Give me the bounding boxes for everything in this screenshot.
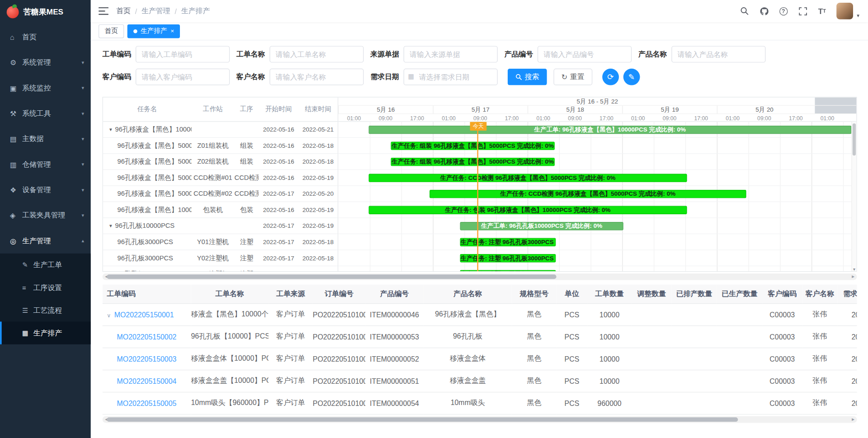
- demand-date-input[interactable]: [404, 69, 498, 85]
- gantt-task-bar[interactable]: 生产任务: 注塑 96孔孔板3000PCS 完成比例: 0%: [460, 254, 556, 262]
- sidebar-item-warehouse[interactable]: ▥仓储管理▾: [0, 152, 91, 177]
- gantt-vscroll-down-arrow[interactable]: ▼: [852, 267, 857, 271]
- orders-hscroll-thumb[interactable]: [107, 417, 738, 422]
- gantt-hour-label: 17:00: [496, 114, 528, 122]
- gantt-hscroll-thumb[interactable]: [107, 274, 556, 279]
- input-wrap: [136, 69, 230, 85]
- customer-name-input[interactable]: [269, 69, 363, 85]
- breadcrumb-item[interactable]: 生产管理: [142, 6, 170, 16]
- sidebar-subitem-scheduling[interactable]: ▦生产排产: [0, 321, 91, 344]
- sidebar-item-system-tools[interactable]: ⚒系统工具▾: [0, 101, 91, 126]
- orders-hscroll-right-arrow[interactable]: ►: [851, 416, 855, 423]
- gantt-task-bar[interactable]: 生产任务: 组装 96孔移液盒【黑色】5000PCS 完成比例: 0%: [391, 158, 554, 166]
- filter-field-product-code: 产品编号: [505, 46, 632, 63]
- row-expand-chevron-icon[interactable]: ∨: [107, 312, 111, 318]
- customer-code-input[interactable]: [136, 69, 230, 85]
- gantt-horizontal-scrollbar[interactable]: ◄ ►: [103, 273, 857, 280]
- active-tab-dot: [133, 29, 137, 33]
- gantt-task-bar[interactable]: 生产任务: 组装 96孔移液盒【黑色】5000PCS 完成比例: 0%: [391, 141, 554, 150]
- breadcrumb-item[interactable]: 首页: [116, 6, 131, 16]
- order-code-link[interactable]: MO202205150004: [117, 377, 177, 385]
- breadcrumb-item[interactable]: 生产排产: [181, 6, 210, 16]
- gantt-bar-row: 生产任务: 注塑 96孔孔板3000PCS 完成比例: 0%: [338, 234, 853, 250]
- tab-close-icon[interactable]: ×: [170, 28, 174, 34]
- edit-circle-button[interactable]: ✎: [623, 69, 640, 85]
- sidebar-subitem-work-order[interactable]: ✎生产工单: [0, 254, 91, 276]
- gantt-task-row[interactable]: 96孔移液盒【黑色】5000PCSCCD检测#01CCD检测2022-05-16…: [103, 170, 338, 186]
- sidebar-item-label: 系统管理: [22, 57, 82, 67]
- app-logo[interactable]: 苦糖果MES: [0, 0, 91, 24]
- orders-horizontal-scrollbar[interactable]: ◄ ►: [103, 416, 857, 423]
- today-label: 今天: [470, 122, 487, 131]
- fullscreen-icon[interactable]: [798, 6, 808, 16]
- gantt-task-row[interactable]: 96孔移液盒【黑色】10000PCS包装机包装2022-05-162022-05…: [103, 202, 338, 218]
- order-code-link[interactable]: MO202205150001: [114, 310, 174, 318]
- gantt-task-row[interactable]: 96孔移液盒【黑色】5000PCSCCD检测#02CCD检测2022-05-17…: [103, 186, 338, 202]
- orders-table-row[interactable]: MO202205150003移液盒盒体【10000】PCS客户订单PO20220…: [103, 348, 857, 370]
- menu-fold-icon[interactable]: [99, 7, 108, 15]
- refresh-circle-button[interactable]: ⟳: [602, 69, 619, 85]
- breadcrumb-separator: /: [175, 7, 176, 15]
- font-size-icon[interactable]: TT: [817, 6, 827, 16]
- order-code-link[interactable]: MO202205150002: [117, 332, 177, 340]
- tab-home[interactable]: 首页: [99, 24, 124, 38]
- github-icon[interactable]: [759, 6, 769, 16]
- gantt-order-bar[interactable]: 生产工单: 96孔移液盒【黑色】10000PCS 完成比例: 0%: [369, 126, 852, 134]
- orders-column-header: 需求日期: [838, 284, 857, 303]
- orders-table-row[interactable]: ∨MO202205150001移液盒【黑色】10000个客户订单PO202205…: [103, 303, 857, 325]
- order-cell: 10mm吸头【960000】PCS: [191, 392, 268, 414]
- sidebar-item-production[interactable]: ◎生产管理▴: [0, 228, 91, 253]
- tab-active[interactable]: 生产排产×: [127, 24, 180, 38]
- filter-field-source-doc: 来源单据: [370, 46, 498, 63]
- sidebar-item-home[interactable]: ⌂首页: [0, 24, 91, 50]
- product-code-input[interactable]: [538, 46, 632, 63]
- gantt-task-bar[interactable]: 生产任务: 注塑 96孔孔板3000PCS 完成比例: 0%: [460, 270, 556, 271]
- gantt-task-row[interactable]: 96孔孔板3000PCSY02注塑机注塑2022-05-172022-05-18: [103, 250, 338, 266]
- gantt-hscroll-right-arrow[interactable]: ►: [851, 273, 855, 280]
- avatar[interactable]: [836, 3, 853, 19]
- orders-table-row[interactable]: MO20220515000296孔孔板【10000】PCS客户订单PO20220…: [103, 325, 857, 348]
- search-button[interactable]: 搜索: [508, 69, 547, 85]
- expand-triangle-icon[interactable]: ▼: [108, 127, 113, 132]
- search-icon[interactable]: [740, 6, 750, 16]
- gantt-vertical-scrollbar[interactable]: ▼: [851, 122, 856, 271]
- reset-button[interactable]: ↻ 重置: [554, 69, 593, 85]
- order-code-link[interactable]: MO202205150005: [117, 399, 177, 407]
- expand-triangle-icon[interactable]: ▼: [108, 223, 113, 228]
- order-cell: 客户订单: [269, 392, 313, 414]
- product-name-input[interactable]: [671, 46, 765, 63]
- work-order-code-input[interactable]: [136, 46, 230, 63]
- order-cell: C00003: [762, 303, 802, 325]
- order-code-link[interactable]: MO202205150003: [117, 354, 177, 363]
- avatar-caret-icon[interactable]: ▼: [856, 13, 860, 18]
- gantt-task-row[interactable]: 96孔移液盒【黑色】5000PCSZ01组装机组装2022-05-162022-…: [103, 138, 338, 154]
- gantt-vscroll-thumb[interactable]: [853, 123, 856, 155]
- gantt-hour-label: 01:00: [811, 114, 843, 122]
- order-cell: 客户订单: [269, 370, 313, 392]
- sidebar-item-system-monitor[interactable]: ▣系统监控▾: [0, 75, 91, 101]
- gantt-task-row[interactable]: 96孔孔板3000PCSY01注塑机注塑2022-05-172022-05-18: [103, 234, 338, 250]
- orders-column-header: 工单来源: [269, 284, 313, 303]
- orders-table-row[interactable]: MO202205150004移液盒盒盖【10000】PCS客户订单PO20220…: [103, 370, 857, 392]
- gantt-task-row[interactable]: 96孔孔板3000PCSY03注塑机注塑2022-05-172022-05-18: [103, 266, 338, 271]
- sidebar-item-master-data[interactable]: ▤主数据▾: [0, 126, 91, 151]
- gantt-task-row[interactable]: 96孔移液盒【黑色】5000PCSZ02组装机组装2022-05-162022-…: [103, 154, 338, 170]
- gantt-task-bar[interactable]: 生产任务: 注塑 96孔孔板3000PCS 完成比例: 0%: [460, 238, 556, 246]
- gantt-task-bar[interactable]: 生产任务: 包装 96孔移液盒【黑色】10000PCS 完成比例: 0%: [369, 206, 687, 214]
- gantt-task-bar[interactable]: 生产任务: CCD检测 96孔移液盒【黑色】5000PCS 完成比例: 0%: [369, 174, 687, 182]
- sidebar-subitem-process-flow[interactable]: ☰工艺流程: [0, 299, 91, 321]
- task-process-cell: 注塑: [235, 253, 259, 263]
- sidebar-item-equipment[interactable]: ❖设备管理▾: [0, 177, 91, 203]
- sidebar-item-fixture[interactable]: ◈工装夹具管理▾: [0, 203, 91, 228]
- sidebar-item-system-admin[interactable]: ⚙系统管理▾: [0, 50, 91, 75]
- work-order-name-input[interactable]: [269, 46, 363, 63]
- gantt-task-row[interactable]: ▼96孔移液盒【黑色】10000PCS2022-05-162022-05-21: [103, 122, 338, 138]
- source-doc-input[interactable]: [404, 46, 498, 63]
- help-icon[interactable]: ?: [778, 6, 788, 16]
- sidebar-subitem-process-setting[interactable]: ≡工序设置: [0, 276, 91, 299]
- orders-table-row[interactable]: MO20220515000510mm吸头【960000】PCS客户订单PO202…: [103, 392, 857, 414]
- gantt-task-row[interactable]: ▼96孔孔板10000PCS2022-05-172022-05-19: [103, 218, 338, 234]
- gantt-column-header: 结束时间: [298, 104, 338, 114]
- order-cell: PCS: [557, 392, 588, 414]
- gantt-order-bar[interactable]: 生产工单: 96孔孔板10000PCS 完成比例: 0%: [460, 222, 623, 230]
